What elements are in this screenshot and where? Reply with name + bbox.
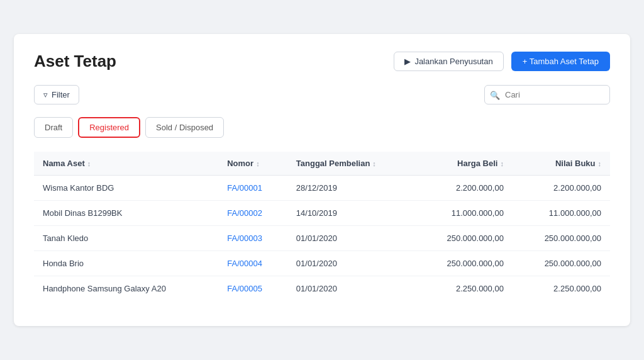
search-icon: 🔍 [490, 90, 500, 99]
sort-icon: ↕ [256, 160, 260, 167]
run-depreciation-label: Jalankan Penyusutan [414, 57, 492, 66]
col-header-harga: Harga Beli↕ [415, 152, 513, 176]
cell-nomor[interactable]: FA/00004 [218, 251, 287, 276]
cell-nomor[interactable]: FA/00005 [218, 276, 287, 301]
cell-nama: Mobil Dinas B1299BK [34, 201, 218, 226]
cell-harga: 250.000.000,00 [415, 251, 513, 276]
search-input[interactable] [484, 85, 610, 104]
cell-nomor[interactable]: FA/00003 [218, 226, 287, 251]
cell-nama: Handphone Samsung Galaxy A20 [34, 276, 218, 301]
table-row: Wisma Kantor BDGFA/0000128/12/20192.200.… [34, 176, 610, 201]
cell-nilai: 2.200.000,00 [513, 176, 610, 201]
add-asset-button[interactable]: + Tambah Aset Tetap [511, 52, 610, 71]
table-header: Nama Aset↕Nomor↕Tanggal Pembelian↕Harga … [34, 152, 610, 176]
sort-icon: ↕ [87, 160, 91, 167]
cell-tanggal: 01/01/2020 [287, 276, 415, 301]
cell-nilai: 11.000.000,00 [513, 201, 610, 226]
play-icon: ▶ [404, 57, 411, 66]
page-header: Aset Tetap ▶ Jalankan Penyusutan + Tamba… [34, 52, 610, 71]
cell-nilai: 250.000.000,00 [513, 226, 610, 251]
table-body: Wisma Kantor BDGFA/0000128/12/20192.200.… [34, 176, 610, 301]
sort-icon: ↕ [372, 160, 376, 167]
table-row: Mobil Dinas B1299BKFA/0000214/10/201911.… [34, 201, 610, 226]
table-row: Tanah KledoFA/0000301/01/2020250.000.000… [34, 226, 610, 251]
filter-button[interactable]: ▿ Filter [34, 85, 79, 104]
cell-nomor[interactable]: FA/00002 [218, 201, 287, 226]
col-header-tanggal: Tanggal Pembelian↕ [287, 152, 415, 176]
cell-harga: 2.200.000,00 [415, 176, 513, 201]
search-wrap: 🔍 [484, 85, 610, 104]
cell-nama: Wisma Kantor BDG [34, 176, 218, 201]
table-row: Honda BrioFA/0000401/01/2020250.000.000,… [34, 251, 610, 276]
sort-icon: ↕ [598, 160, 602, 167]
tabs-bar: DraftRegisteredSold / Disposed [34, 117, 610, 138]
col-header-nama: Nama Aset↕ [34, 152, 218, 176]
toolbar: ▿ Filter 🔍 [34, 85, 610, 104]
filter-icon: ▿ [43, 90, 48, 99]
col-header-nilai: Nilai Buku↕ [513, 152, 610, 176]
col-header-nomor: Nomor↕ [218, 152, 287, 176]
cell-harga: 2.250.000,00 [415, 276, 513, 301]
page-title: Aset Tetap [34, 52, 116, 71]
tab-draft[interactable]: Draft [34, 117, 73, 138]
run-depreciation-button[interactable]: ▶ Jalankan Penyusutan [394, 52, 503, 71]
filter-label: Filter [52, 90, 70, 99]
cell-tanggal: 14/10/2019 [287, 201, 415, 226]
cell-nilai: 250.000.000,00 [513, 251, 610, 276]
sort-icon: ↕ [500, 160, 504, 167]
main-card: Aset Tetap ▶ Jalankan Penyusutan + Tamba… [14, 34, 630, 326]
tab-registered[interactable]: Registered [78, 117, 140, 138]
cell-nilai: 2.250.000,00 [513, 276, 610, 301]
cell-harga: 250.000.000,00 [415, 226, 513, 251]
cell-nomor[interactable]: FA/00001 [218, 176, 287, 201]
table-row: Handphone Samsung Galaxy A20FA/0000501/0… [34, 276, 610, 301]
assets-table: Nama Aset↕Nomor↕Tanggal Pembelian↕Harga … [34, 152, 610, 301]
cell-harga: 11.000.000,00 [415, 201, 513, 226]
cell-nama: Honda Brio [34, 251, 218, 276]
header-actions: ▶ Jalankan Penyusutan + Tambah Aset Teta… [394, 52, 610, 71]
cell-tanggal: 01/01/2020 [287, 226, 415, 251]
cell-tanggal: 28/12/2019 [287, 176, 415, 201]
cell-tanggal: 01/01/2020 [287, 251, 415, 276]
cell-nama: Tanah Kledo [34, 226, 218, 251]
tab-sold[interactable]: Sold / Disposed [145, 117, 224, 138]
add-asset-label: + Tambah Aset Tetap [523, 57, 599, 66]
